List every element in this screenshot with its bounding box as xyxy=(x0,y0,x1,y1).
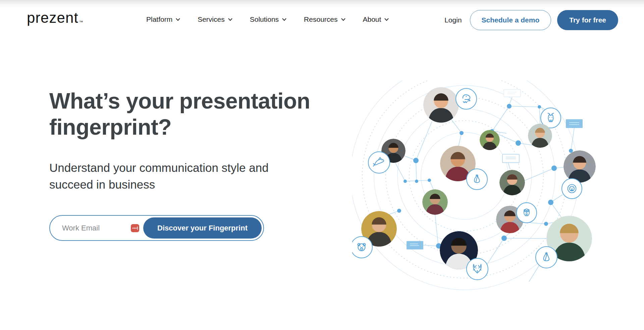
chevron-down-icon xyxy=(384,18,389,21)
chevron-down-icon xyxy=(176,18,180,21)
message-card-filled xyxy=(407,241,423,250)
site-header: prezent™ Platform Services Solutions Res… xyxy=(0,0,644,40)
message-card-outlined xyxy=(502,154,519,163)
try-for-free-button[interactable]: Try for free xyxy=(557,10,618,30)
lion-icon xyxy=(562,179,582,199)
email-capture-form: Discover your Fingerprint xyxy=(49,215,264,241)
network-graphic xyxy=(352,80,624,302)
autofill-dots-glyph xyxy=(132,226,138,230)
avatar xyxy=(422,189,448,216)
peacock-icon xyxy=(536,247,557,268)
header-actions: Login Schedule a demo Try for free xyxy=(444,10,618,30)
message-card-faint xyxy=(504,89,521,97)
fingerprint-network-illustration xyxy=(352,80,624,302)
nav-label: Resources xyxy=(304,15,337,23)
nav-label: Platform xyxy=(146,15,172,23)
nav-label: Services xyxy=(198,15,225,23)
nav-item-services[interactable]: Services xyxy=(198,15,232,23)
owl-icon xyxy=(517,203,537,223)
login-link[interactable]: Login xyxy=(444,16,462,24)
nav-label: About xyxy=(363,15,381,23)
bear-icon xyxy=(352,237,372,258)
hero-section: What’s your presentation fingerprint? Un… xyxy=(49,88,351,241)
avatar xyxy=(499,170,525,196)
chevron-down-icon xyxy=(228,18,232,21)
page-title: What’s your presentation fingerprint? xyxy=(49,88,351,140)
prezent-logo[interactable]: prezent™ xyxy=(27,9,84,26)
eagle-icon xyxy=(456,88,477,109)
nav-item-platform[interactable]: Platform xyxy=(146,15,180,23)
logo-text: prezent xyxy=(27,9,78,26)
chevron-down-icon xyxy=(341,18,345,21)
work-email-input[interactable] xyxy=(61,223,131,233)
nav-item-resources[interactable]: Resources xyxy=(304,15,345,23)
chevron-down-icon xyxy=(282,18,286,21)
wolf-icon xyxy=(467,258,488,280)
discover-fingerprint-button[interactable]: Discover your Fingerprint xyxy=(143,217,262,239)
avatar xyxy=(480,130,500,151)
hero-subtitle: Understand your communication style and … xyxy=(49,159,298,193)
nav-item-solutions[interactable]: Solutions xyxy=(250,15,286,23)
dolphin-icon xyxy=(368,152,390,173)
schedule-demo-button[interactable]: Schedule a demo xyxy=(470,10,551,30)
autofill-extension-icon[interactable] xyxy=(131,224,139,232)
avatar xyxy=(564,150,596,184)
main-nav: Platform Services Solutions Resources Ab… xyxy=(146,15,389,23)
avatar xyxy=(423,87,459,124)
nav-item-about[interactable]: About xyxy=(363,15,389,23)
message-card-filled xyxy=(566,119,583,128)
trademark-symbol: ™ xyxy=(79,20,84,24)
peacock-icon xyxy=(467,169,487,190)
nav-label: Solutions xyxy=(250,15,279,23)
